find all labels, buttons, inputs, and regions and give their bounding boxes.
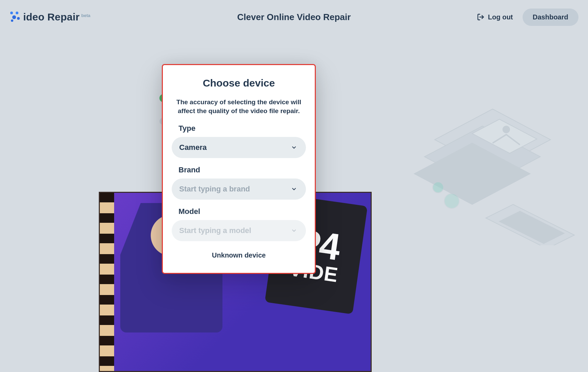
brand-select-placeholder: Start typing a brand bbox=[179, 185, 250, 193]
header-actions: Log out Dashboard bbox=[477, 9, 578, 26]
svg-marker-4 bbox=[472, 119, 537, 153]
svg-marker-3 bbox=[414, 143, 530, 204]
logo-text: ideo Repair bbox=[23, 11, 80, 23]
unknown-device-link[interactable]: Unknown device bbox=[172, 251, 306, 259]
brand-label: Brand bbox=[172, 166, 306, 174]
page-title: Clever Online Video Repair bbox=[237, 12, 351, 22]
choose-device-modal: Choose device The accuracy of selecting … bbox=[162, 64, 316, 274]
logo-mark-icon bbox=[10, 11, 22, 23]
dashboard-label: Dashboard bbox=[533, 13, 568, 21]
modal-title: Choose device bbox=[172, 77, 306, 89]
chevron-down-icon bbox=[291, 144, 297, 151]
type-select[interactable]: Camera bbox=[172, 137, 306, 158]
type-select-value: Camera bbox=[179, 143, 207, 152]
dashboard-button[interactable]: Dashboard bbox=[523, 9, 578, 26]
svg-marker-1 bbox=[435, 109, 551, 170]
modal-subtitle: The accuracy of selecting the device wil… bbox=[172, 98, 306, 115]
svg-point-8 bbox=[433, 182, 444, 193]
svg-point-9 bbox=[444, 193, 459, 208]
logo-beta-badge: beta bbox=[81, 13, 91, 18]
model-label: Model bbox=[172, 207, 306, 216]
model-field-group: Model Start typing a model bbox=[172, 207, 306, 241]
logout-label: Log out bbox=[488, 13, 513, 21]
logout-icon bbox=[477, 13, 484, 21]
brand-select[interactable]: Start typing a brand bbox=[172, 179, 306, 200]
app-header: ideo Repair beta Clever Online Video Rep… bbox=[0, 0, 588, 34]
type-label: Type bbox=[172, 124, 306, 133]
model-select[interactable]: Start typing a model bbox=[172, 220, 306, 241]
svg-marker-7 bbox=[499, 211, 564, 244]
svg-marker-6 bbox=[486, 204, 574, 245]
app-logo[interactable]: ideo Repair beta bbox=[10, 11, 90, 23]
logout-button[interactable]: Log out bbox=[477, 13, 513, 21]
brand-field-group: Brand Start typing a brand bbox=[172, 166, 306, 200]
svg-point-5 bbox=[503, 126, 510, 133]
chevron-down-icon bbox=[291, 186, 297, 192]
model-select-placeholder: Start typing a model bbox=[179, 226, 251, 235]
svg-marker-2 bbox=[424, 126, 540, 187]
type-field-group: Type Camera bbox=[172, 124, 306, 158]
decorative-illustration bbox=[404, 89, 581, 245]
chevron-down-icon bbox=[291, 228, 297, 234]
